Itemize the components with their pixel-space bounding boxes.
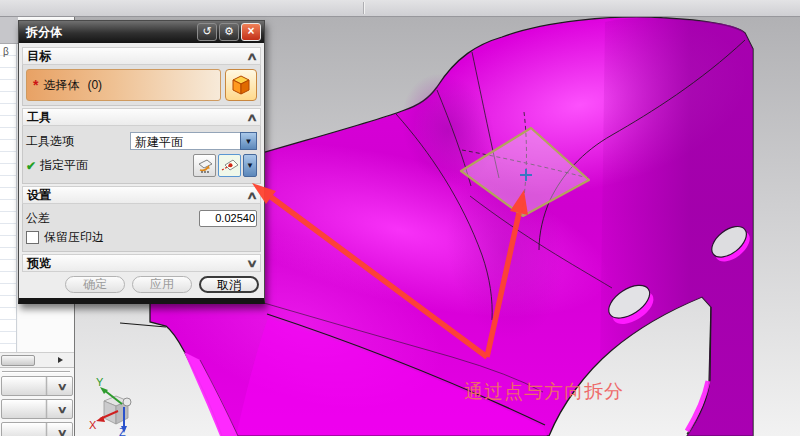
collapsed-toolbar-row[interactable]: ∨ — [1, 422, 73, 436]
keep-imprint-label: 保留压印边 — [44, 229, 104, 246]
axis-y-label: Y — [96, 376, 104, 388]
application-window: β ∨ ∨ ∨ — [0, 0, 800, 436]
cancel-button[interactable]: 取消 — [199, 276, 259, 293]
scrollbar-right-arrow-icon[interactable] — [58, 357, 63, 363]
check-icon: ✔ — [26, 159, 36, 173]
annotation-text: 通过点与方向拆分 — [464, 379, 624, 405]
select-body-label: 选择体 — [43, 77, 79, 94]
chevron-down-icon[interactable]: ∨ — [46, 423, 78, 436]
plane-dialog-button[interactable] — [193, 154, 216, 177]
tool-option-combo[interactable]: 新建平面 ▼ — [130, 132, 257, 150]
scrollbar-thumb[interactable] — [1, 355, 35, 366]
triad-origin-ball — [123, 398, 131, 406]
point-direction-plane-icon — [221, 157, 239, 175]
chevron-up-icon[interactable]: ∧ — [246, 111, 258, 124]
tolerance-input[interactable] — [199, 210, 257, 227]
collapsed-toolbar-row[interactable]: ∨ — [1, 376, 73, 396]
panel-corner — [0, 17, 18, 44]
tolerance-label: 公差 — [26, 210, 199, 227]
chevron-down-icon[interactable]: ▼ — [243, 154, 257, 177]
section-header-settings[interactable]: 设置 ∧ — [22, 186, 261, 204]
panel-divider — [2, 371, 70, 373]
section-header-target[interactable]: 目标 ∧ — [22, 47, 261, 65]
axis-x-label: X — [89, 419, 97, 431]
section-header-tool[interactable]: 工具 ∧ — [22, 108, 261, 126]
ok-button[interactable]: 确定 — [65, 276, 125, 293]
dialog-title: 拆分体 — [26, 24, 195, 41]
close-icon[interactable]: × — [241, 23, 261, 41]
toolbar-separator — [363, 2, 365, 14]
select-body-field[interactable]: * 选择体 (0) — [26, 69, 221, 101]
chevron-down-icon[interactable]: ∨ — [46, 377, 78, 395]
dialog-titlebar[interactable]: 拆分体 ↺ ⚙ × — [19, 21, 264, 43]
split-body-dialog[interactable]: 拆分体 ↺ ⚙ × 目标 ∧ * 选择体 (0) — [18, 20, 265, 304]
reset-icon[interactable]: ↺ — [197, 23, 217, 41]
tool-option-value: 新建平面 — [130, 132, 240, 150]
keep-imprint-checkbox[interactable] — [26, 231, 39, 244]
required-marker: * — [33, 80, 38, 90]
horizontal-scrollbar[interactable] — [0, 352, 74, 368]
cube-icon — [230, 74, 252, 96]
chevron-up-icon[interactable]: ∧ — [246, 50, 258, 63]
select-body-count: (0) — [87, 78, 102, 92]
orientation-triad: Y X Z — [89, 376, 131, 436]
chevron-down-icon[interactable]: ∨ — [46, 400, 78, 418]
apply-button[interactable]: 应用 — [132, 276, 192, 293]
chevron-up-icon[interactable]: ∧ — [246, 189, 258, 202]
gear-icon[interactable]: ⚙ — [219, 23, 239, 41]
toolbar-strip — [0, 0, 800, 17]
select-body-button[interactable] — [225, 69, 257, 101]
point-direction-plane-button[interactable] — [218, 154, 241, 177]
collapsed-toolbar-row[interactable]: ∨ — [1, 399, 73, 419]
chevron-down-icon[interactable]: ∨ — [246, 257, 258, 270]
axis-z-label: Z — [119, 426, 126, 436]
chevron-down-icon[interactable]: ▼ — [240, 132, 257, 150]
section-header-preview[interactable]: 预览 ∨ — [22, 254, 261, 272]
ruled-strip: β — [0, 44, 17, 352]
tool-option-label: 工具选项 — [26, 133, 130, 150]
specify-plane-label: 指定平面 — [40, 157, 191, 174]
plane-dialog-icon — [196, 157, 214, 175]
ruled-strip-label: β — [3, 46, 9, 57]
